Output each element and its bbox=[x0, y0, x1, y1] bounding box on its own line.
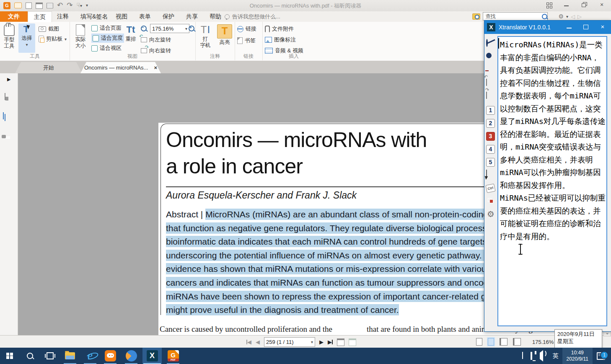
hidden-icons-chevron[interactable] bbox=[522, 353, 523, 359]
fit-page-button[interactable]: 适合页面 bbox=[91, 23, 122, 33]
single-page-view-button[interactable] bbox=[476, 338, 482, 346]
bookmarks-panel-icon[interactable] bbox=[5, 93, 5, 100]
screenshot-button[interactable]: 截图 bbox=[39, 24, 59, 34]
sidebar-expand-icon[interactable]: ▶ bbox=[7, 77, 10, 82]
continuous-facing-view-button[interactable] bbox=[513, 338, 521, 346]
tab-view[interactable]: 视图 bbox=[110, 11, 133, 22]
fit-visible-button[interactable]: 适合视区 bbox=[91, 44, 122, 53]
tab-form[interactable]: 表单 bbox=[133, 11, 157, 22]
foxit-reader-taskbar-button[interactable]: GPDF bbox=[163, 348, 183, 364]
email-icon[interactable] bbox=[47, 3, 53, 8]
hand-icon bbox=[4, 24, 15, 36]
print-icon[interactable] bbox=[36, 3, 43, 9]
previous-view-button[interactable] bbox=[337, 338, 344, 346]
zoom-in-button[interactable]: + bbox=[189, 24, 194, 33]
xtranslator-titlebar[interactable]: X Xtranslator V1.0.0.1 × bbox=[484, 21, 611, 34]
language-indicator[interactable]: 英 bbox=[553, 352, 559, 360]
restore-button[interactable] bbox=[581, 2, 588, 8]
doc-tab-start[interactable]: 开始 bbox=[15, 62, 82, 73]
tab-home[interactable]: 主页 bbox=[28, 11, 52, 22]
find-previous-icon[interactable]: ◁ bbox=[571, 13, 575, 20]
actual-size-button[interactable]: 实际大小 bbox=[72, 23, 89, 53]
tab-fill-sign[interactable]: 填写&签名 bbox=[75, 11, 114, 22]
last-page-button[interactable]: ▶ bbox=[328, 339, 333, 345]
taskbar-search-button[interactable] bbox=[20, 348, 39, 364]
pin-icon[interactable] bbox=[486, 66, 495, 75]
doc-tab-close-icon[interactable]: × bbox=[154, 65, 157, 71]
previous-page-button[interactable]: ◀ bbox=[256, 339, 260, 345]
tab-comment[interactable]: 注释 bbox=[51, 11, 75, 22]
translation-text-area[interactable]: MicroRNAs(MiRNAs)是一类丰富的非蛋白编码的小RNA，具有负基因调… bbox=[497, 36, 607, 326]
find-input[interactable] bbox=[483, 12, 548, 21]
settings-gear-icon[interactable]: ⚙ bbox=[487, 210, 496, 219]
minimize-button[interactable] bbox=[563, 2, 570, 8]
zoom-out-button[interactable]: − bbox=[141, 24, 147, 33]
file-explorer-button[interactable] bbox=[60, 348, 80, 364]
search-in-folder-icon[interactable] bbox=[472, 13, 480, 20]
highlight-button[interactable]: T 高亮 bbox=[216, 23, 233, 53]
task-view-button[interactable] bbox=[40, 348, 60, 364]
internet-explorer-button[interactable]: e bbox=[80, 348, 100, 364]
ctrl-key-icon[interactable]: Ctrl bbox=[485, 183, 495, 193]
preset-button-5[interactable]: 5 bbox=[486, 158, 495, 167]
hand-pointer-dropdown-icon[interactable]: ☟▾ bbox=[77, 1, 83, 10]
doc-tab-document[interactable]: Oncomirs — microRNAs...× bbox=[80, 62, 161, 73]
preset-button-4[interactable]: 4 bbox=[486, 145, 495, 154]
first-page-button[interactable]: ◀ bbox=[246, 339, 251, 345]
facing-view-button[interactable] bbox=[500, 338, 507, 346]
fit-width-button[interactable]: 适合宽度 bbox=[91, 34, 124, 43]
typewriter-button[interactable]: TI 打字机 bbox=[196, 23, 215, 53]
zoom-level-select[interactable]: 175.16%▾ bbox=[150, 24, 189, 33]
redo-icon[interactable]: ↷ bbox=[67, 2, 72, 9]
image-annotation-button[interactable]: 图像标注 bbox=[265, 35, 296, 44]
xtranslator-taskbar-button[interactable]: X bbox=[142, 348, 162, 364]
rotate-left-button[interactable]: 向左旋转 bbox=[141, 35, 171, 44]
tab-help[interactable]: 帮助 bbox=[204, 11, 227, 22]
continuous-view-button[interactable] bbox=[488, 338, 494, 346]
rotate-left-window-icon[interactable] bbox=[486, 79, 495, 88]
network-icon[interactable] bbox=[531, 353, 532, 359]
next-view-button[interactable] bbox=[349, 338, 356, 346]
browser-app-button[interactable] bbox=[122, 348, 141, 364]
bookmark-button[interactable]: 书签 bbox=[237, 36, 256, 45]
preset-button-1[interactable]: 1 bbox=[486, 106, 495, 115]
rotate-right-window-icon[interactable] bbox=[486, 92, 495, 101]
reflow-button[interactable]: Tt 重排 bbox=[123, 23, 138, 53]
hide-eye-slash-icon[interactable] bbox=[486, 40, 495, 49]
tab-file[interactable]: 文件 bbox=[0, 11, 28, 22]
status-zoom-value[interactable]: 175.16% bbox=[532, 339, 554, 345]
open-file-icon[interactable] bbox=[14, 3, 22, 8]
next-page-button[interactable]: ▶ bbox=[319, 339, 324, 345]
volume-icon[interactable] bbox=[540, 353, 543, 359]
xtranslator-close-button[interactable]: × bbox=[594, 22, 611, 33]
tab-protect[interactable]: 保护 bbox=[157, 11, 180, 22]
start-button[interactable] bbox=[0, 348, 19, 364]
find-settings-gear-icon[interactable]: ⚙ bbox=[558, 13, 564, 20]
xtranslator-maximize-button[interactable] bbox=[577, 22, 594, 33]
toggle-switch-icon[interactable] bbox=[486, 53, 495, 62]
preset-button-2[interactable]: 2 bbox=[486, 119, 495, 128]
find-settings-caret[interactable]: ▾ bbox=[566, 14, 568, 19]
taskbar-clock[interactable]: 10:49 2020/9/11 bbox=[562, 348, 593, 364]
undo-icon[interactable]: ↶ bbox=[57, 2, 63, 9]
ui-layout-icon[interactable] bbox=[546, 2, 552, 8]
tab-share[interactable]: 共享 bbox=[180, 11, 204, 22]
page-number-select[interactable]: 259 (1 / 11)▾ bbox=[264, 337, 315, 347]
chat-app-button[interactable] bbox=[101, 348, 120, 364]
copy-result-icon[interactable] bbox=[486, 196, 495, 205]
find-search-icon[interactable] bbox=[542, 14, 547, 19]
qat-customize-icon[interactable]: ▾ bbox=[86, 2, 88, 9]
save-icon[interactable] bbox=[26, 3, 32, 9]
window-select-icon[interactable] bbox=[486, 171, 495, 180]
close-button[interactable]: × bbox=[598, 2, 605, 8]
page-thumbnails-icon[interactable] bbox=[5, 114, 5, 121]
preset-button-3-active[interactable]: 3 bbox=[486, 132, 495, 141]
hand-tool-button[interactable]: 手型工具 bbox=[1, 23, 18, 53]
tell-me-search[interactable]: 告诉我您想做什么... bbox=[225, 11, 280, 22]
file-attachment-button[interactable]: 文件附件 bbox=[265, 24, 294, 34]
link-button[interactable]: 链接 bbox=[237, 24, 256, 34]
clipboard-button[interactable]: 剪贴板▾ bbox=[39, 34, 67, 44]
find-next-icon[interactable]: ▷ bbox=[577, 13, 582, 20]
select-tool-button[interactable]: T 选择 ▾ bbox=[18, 23, 35, 53]
xtranslator-minimize-button[interactable] bbox=[561, 22, 577, 33]
